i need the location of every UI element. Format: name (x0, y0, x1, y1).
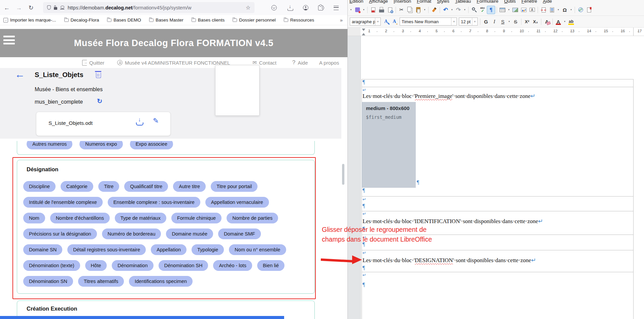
field-dropdown-caret[interactable]: ▾ (556, 6, 560, 14)
bookmarks-overflow-chevron[interactable]: » (340, 17, 343, 23)
field-chip[interactable]: Identifications specimen (129, 276, 193, 287)
forward-icon[interactable]: → (14, 3, 24, 12)
menu-item-about[interactable]: A propos (319, 57, 339, 68)
clear-formatting-icon[interactable]: A (543, 18, 551, 26)
field-chip[interactable]: Archéo - lots (213, 260, 252, 271)
downloads-icon[interactable] (285, 3, 295, 12)
field-chip[interactable]: Formule chimique (171, 213, 222, 223)
field-chip[interactable]: Précisions sur la désignation (23, 228, 97, 239)
field-chip[interactable]: Nom (23, 213, 45, 223)
file-card[interactable]: S_Liste_Objets.odt ✎ (36, 112, 171, 136)
field-chip[interactable]: Expo associee (130, 141, 173, 149)
insert-chart-icon[interactable] (520, 6, 528, 14)
bookmark-item[interactable]: Dossier personnel (233, 17, 276, 23)
font-size-combo[interactable]: 12 pt∨ (459, 17, 478, 26)
field-chip[interactable]: Hôte (85, 260, 107, 271)
field-chip[interactable]: Typologie (192, 244, 224, 255)
bold-icon[interactable]: G (482, 18, 490, 26)
field-chip[interactable]: Domaine SMF (218, 228, 261, 239)
field-chip[interactable]: Discipline (23, 181, 56, 192)
special-character-caret[interactable]: ▾ (569, 6, 573, 14)
menubar-item-styles[interactable]: Styles (437, 0, 449, 4)
field-chip[interactable]: Appellation vernaculaire (205, 197, 269, 208)
bookmark-item[interactable]: Bases DEMO (107, 17, 141, 23)
back-arrow-icon[interactable]: ← (15, 69, 25, 80)
insert-image-icon[interactable] (511, 6, 519, 14)
trash-icon[interactable] (96, 73, 101, 78)
spelling-icon[interactable]: abc (479, 6, 486, 14)
bookmark-item[interactable]: Ressources (284, 17, 314, 23)
table-dropdown-caret[interactable]: ▾ (507, 6, 511, 14)
lock-icon[interactable] (54, 7, 57, 10)
field-chip[interactable]: Nombre de parties (227, 213, 278, 223)
indent-marker[interactable] (362, 29, 365, 33)
copy-icon[interactable] (406, 6, 414, 14)
formatting-marks-icon[interactable]: ¶ (487, 6, 495, 14)
field-chip[interactable]: Titre (98, 181, 119, 192)
field-chip[interactable]: Autres numeros (27, 141, 72, 149)
undo-dropdown-caret[interactable]: ▾ (450, 6, 454, 14)
field-chip[interactable]: Qualificatif titre (124, 181, 168, 192)
menubar-item-format[interactable]: Format (417, 0, 431, 4)
save-icon[interactable] (353, 6, 361, 14)
redo-icon[interactable]: ↷ (454, 6, 462, 14)
new-dropdown-caret[interactable]: ▾ (349, 6, 353, 14)
text-box-icon[interactable] (528, 6, 536, 14)
field-chip[interactable]: Ensemble complexe : sous-inventaire (108, 197, 200, 208)
dropdown-caret-icon[interactable]: ∨ (451, 18, 456, 25)
find-replace-icon[interactable] (470, 6, 478, 14)
menubar-item-outils[interactable]: Outils (504, 0, 516, 4)
field-chip[interactable]: Autre titre (173, 181, 206, 192)
bookmark-icon[interactable] (585, 6, 593, 14)
print-icon[interactable] (378, 6, 385, 14)
page-break-icon[interactable] (540, 6, 547, 14)
field-chip[interactable]: Dénomination (texte) (23, 260, 80, 271)
font-color-icon[interactable]: A (554, 18, 562, 26)
extensions-icon[interactable] (316, 3, 325, 12)
paste-icon[interactable] (414, 6, 422, 14)
bookmark-star-icon[interactable]: ☆ (246, 4, 250, 11)
italic-icon[interactable]: I (490, 18, 498, 26)
field-chip[interactable]: Titre pour portail (211, 181, 258, 192)
subscript-icon[interactable]: X₂ (532, 18, 539, 26)
redo-dropdown-caret[interactable]: ▾ (463, 6, 467, 14)
field-chip[interactable]: Nombre d'échantillons (50, 213, 110, 223)
refresh-icon[interactable]: ↻ (97, 97, 102, 105)
field-chip[interactable]: Titres alternatifs (78, 276, 124, 287)
menubar-item-formulaire[interactable]: Formulaire (477, 0, 499, 4)
insert-field-icon[interactable] (548, 6, 556, 14)
field-chip[interactable]: Catégorie (61, 181, 93, 192)
bookmark-item[interactable]: Decalog-Flora (64, 17, 99, 23)
bookmark-item[interactable]: Bases Master (149, 17, 183, 23)
field-chip[interactable]: Intitulé de l'ensemble complexe (23, 197, 103, 208)
field-chip[interactable]: Dénomination (112, 260, 153, 271)
menubar-item-insertion[interactable]: Insertion (394, 0, 411, 4)
field-chip[interactable]: Domaine SN (23, 244, 62, 255)
export-pdf-icon[interactable] (369, 6, 377, 14)
new-style-icon[interactable]: A (391, 18, 398, 26)
paste-dropdown-caret[interactable]: ▾ (423, 6, 427, 14)
image-placeholder[interactable]: medium - 800x600 $first_medium (362, 102, 416, 188)
horizontal-ruler[interactable]: 1234567891011121314151617 (348, 28, 644, 36)
site-permissions-icon[interactable] (60, 6, 65, 9)
app-hamburger-icon[interactable] (3, 36, 15, 44)
clone-formatting-icon[interactable] (430, 6, 438, 14)
menubar-item-affichage[interactable]: Affichage (369, 0, 388, 4)
paragraph-style-combo[interactable]: aragraphe par déf∨ (350, 17, 381, 26)
account-icon[interactable] (301, 3, 310, 12)
menu-item-user[interactable]: Musée v4 ADMINISTRATEUR FONCTIONNEL (117, 57, 230, 68)
field-chip[interactable]: Domaine musée (166, 228, 213, 239)
menubar-item-fenêtre[interactable]: Fenêtre (521, 0, 537, 4)
save-dropdown-caret[interactable]: ▾ (362, 6, 366, 14)
dropdown-caret-icon[interactable]: ∨ (472, 18, 477, 25)
field-chip[interactable]: Dénomination SN (23, 276, 73, 287)
field-chip[interactable]: Appellation (151, 244, 187, 255)
menu-item-help[interactable]: ?Aide (292, 57, 308, 68)
download-icon[interactable] (136, 118, 143, 126)
bookmark-item[interactable]: Bases clients (192, 17, 225, 23)
underline-icon[interactable]: S (499, 18, 507, 26)
underline-caret[interactable]: ▾ (507, 18, 511, 26)
bookmark-item[interactable]: →Importer les marque-... (3, 17, 56, 23)
field-chip[interactable]: Nom ou n° ensemble (229, 244, 286, 255)
field-chip[interactable]: Détail registres sous-inventaire (67, 244, 146, 255)
